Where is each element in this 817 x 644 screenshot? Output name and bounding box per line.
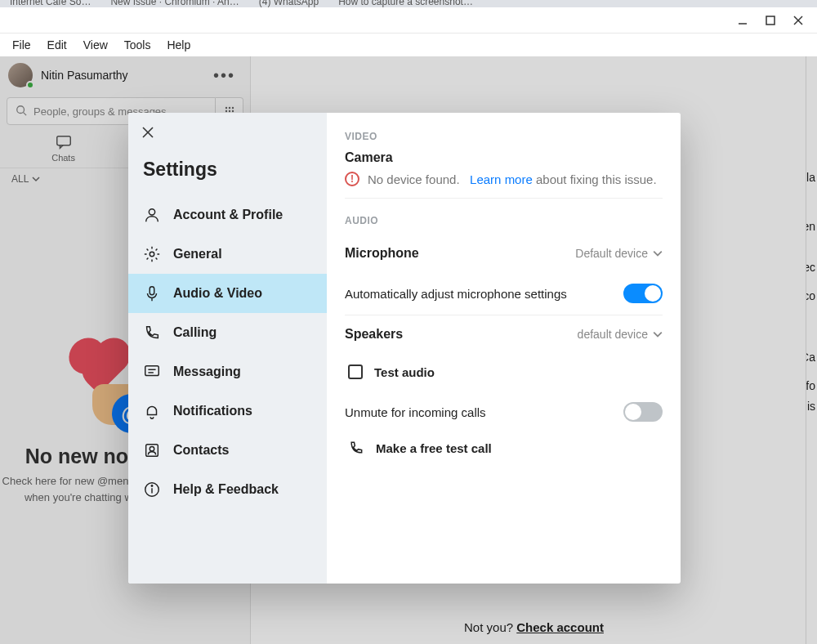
message-icon [143, 363, 161, 381]
test-call-button[interactable]: Make a free test call [345, 433, 663, 456]
close-icon [141, 126, 154, 139]
auto-adjust-row: Automatically adjust microphone settings [345, 272, 663, 315]
settings-content: VIDEO Camera ! No device found. Learn mo… [327, 113, 681, 584]
bell-icon [143, 402, 161, 420]
menu-view[interactable]: View [76, 37, 115, 53]
nav-notifications[interactable]: Notifications [128, 391, 327, 431]
nav-audio-video[interactable]: Audio & Video [128, 274, 327, 313]
chevron-down-icon [653, 329, 663, 339]
svg-rect-21 [145, 366, 159, 376]
microphone-row: Microphone Default device [345, 235, 663, 272]
nav-help-feedback[interactable]: Help & Feedback [128, 470, 327, 509]
gear-icon [143, 245, 161, 263]
learn-more-link[interactable]: Learn more [470, 172, 533, 186]
browser-tab[interactable]: Internet Cafe So… [0, 0, 100, 7]
svg-rect-1 [766, 16, 775, 25]
camera-warning-text: No device found. [368, 172, 460, 186]
chevron-down-icon [653, 248, 663, 258]
phone-icon [143, 324, 161, 342]
speakers-title: Speakers [345, 327, 403, 342]
test-audio-row: Test audio [345, 353, 663, 391]
microphone-title: Microphone [345, 246, 419, 261]
settings-title: Settings [128, 150, 327, 195]
camera-title: Camera [345, 150, 663, 165]
warning-icon: ! [345, 172, 359, 186]
microphone-device-select[interactable]: Default device [575, 247, 663, 260]
svg-point-18 [149, 209, 154, 215]
settings-modal: Settings Account & Profile General Audio… [128, 113, 681, 584]
svg-point-19 [150, 252, 154, 257]
browser-tab-strip: Internet Cafe So… New Issue · Chromium ·… [0, 0, 817, 7]
speakers-device-select[interactable]: default device [578, 328, 663, 341]
video-section-label: VIDEO [345, 131, 663, 142]
camera-warning-row: ! No device found. Learn more about fixi… [345, 172, 663, 199]
auto-adjust-toggle[interactable] [623, 284, 663, 303]
test-audio-checkbox[interactable] [348, 364, 363, 379]
browser-tab[interactable]: New Issue · Chromium · An… [100, 0, 248, 7]
phone-icon [348, 440, 364, 456]
menu-tools[interactable]: Tools [117, 37, 158, 53]
speakers-row: Speakers default device [345, 315, 663, 353]
menu-edit[interactable]: Edit [40, 37, 74, 53]
svg-point-25 [150, 446, 154, 451]
nav-general[interactable]: General [128, 235, 327, 274]
svg-point-28 [151, 485, 152, 486]
nav-calling[interactable]: Calling [128, 313, 327, 352]
menu-bar: File Edit View Tools Help [0, 34, 817, 56]
audio-section-label: AUDIO [345, 215, 663, 226]
maximize-button[interactable] [757, 9, 784, 32]
nav-messaging[interactable]: Messaging [128, 352, 327, 391]
title-bar [0, 7, 817, 34]
settings-nav: Settings Account & Profile General Audio… [128, 113, 327, 584]
mic-icon [143, 284, 161, 302]
nav-account-profile[interactable]: Account & Profile [128, 195, 327, 235]
unmute-toggle[interactable] [623, 402, 663, 422]
svg-rect-20 [150, 287, 154, 295]
minimize-button[interactable] [729, 9, 757, 32]
close-button[interactable] [784, 9, 812, 32]
browser-tab[interactable]: (4) WhatsApp [249, 0, 328, 7]
auto-adjust-label: Automatically adjust microphone settings [345, 287, 567, 301]
contacts-icon [143, 441, 161, 459]
browser-tab[interactable]: How to capture a screenshot… [328, 0, 483, 7]
unmute-label: Unmute for incoming calls [345, 405, 486, 419]
menu-help[interactable]: Help [159, 37, 198, 53]
nav-contacts[interactable]: Contacts [128, 431, 327, 470]
info-icon [143, 481, 161, 499]
unmute-row: Unmute for incoming calls [345, 391, 663, 433]
camera-warning-tail: about fixing this issue. [536, 172, 657, 186]
person-icon [143, 206, 161, 224]
close-settings-button[interactable] [128, 121, 327, 150]
test-audio-label: Test audio [374, 365, 435, 379]
menu-file[interactable]: File [5, 37, 38, 53]
